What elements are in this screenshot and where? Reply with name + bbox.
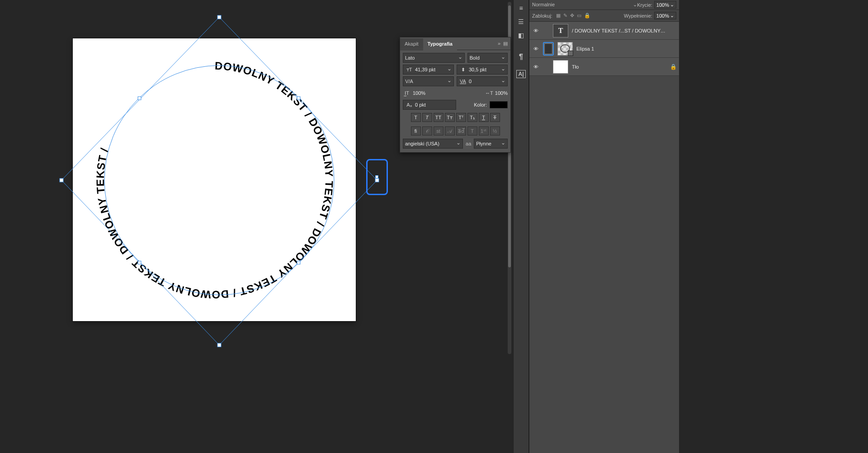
layer-row-shape[interactable]: 👁 Elipsa 1 xyxy=(529,40,679,58)
leading-value: 30,5 pkt xyxy=(469,67,486,72)
vscale-value: 100% xyxy=(413,90,425,96)
lock-position-icon[interactable]: ✥ xyxy=(570,13,574,19)
tracking-icon: VA xyxy=(459,79,467,84)
vertical-scale-field[interactable]: I̲T 100% xyxy=(403,88,454,98)
fractions-button[interactable]: ½ xyxy=(490,126,500,135)
opentype-row: fi 𝒪 st 𝒜 a̅d̅ T 1ˢᵗ ½ xyxy=(403,125,508,137)
layers-panel[interactable]: Normalnie ⌄ Krycie: 100% ⌄ Zablokuj: ▦ ✎… xyxy=(529,0,679,453)
typography-panel-tabs: Akapit Typografia » ▤ xyxy=(400,37,510,50)
vector-mask-badge-icon xyxy=(568,51,573,56)
subscript-button[interactable]: T₁ xyxy=(467,113,477,122)
antialias-value: Płynne xyxy=(476,141,491,146)
kerning-input[interactable]: V/A xyxy=(403,76,454,86)
fill-value: 100% xyxy=(656,13,669,19)
svg-rect-3 xyxy=(217,15,221,19)
opacity-value: 100% xyxy=(656,2,669,8)
collapsed-panel-strip: ≡ ☰ ◧ ¶ A| xyxy=(513,0,529,453)
fill-input[interactable]: 100% ⌄ xyxy=(654,12,676,19)
swash-button[interactable]: 𝒜 xyxy=(445,126,455,135)
character-panel-icon[interactable]: A| xyxy=(514,68,528,80)
layers-blend-row: Normalnie ⌄ Krycie: 100% ⌄ xyxy=(529,0,679,10)
baseline-shift-input[interactable]: Aₐ 0 pkt xyxy=(403,100,456,110)
curved-text-object[interactable]: DOWOLNY TEKST / DOWOLNY TEKST / DOWOLNY … xyxy=(81,47,348,313)
paragraph-panel-icon[interactable]: ¶ xyxy=(514,51,528,63)
font-size-value: 41,39 pkt xyxy=(415,67,435,72)
horizontal-scale-field[interactable]: ↔T 100% xyxy=(457,88,508,98)
language-value: angielski (USA) xyxy=(405,141,439,146)
all-caps-button[interactable]: TT xyxy=(434,113,443,122)
visibility-toggle-icon[interactable]: 👁 xyxy=(532,64,539,70)
hscale-value: 100% xyxy=(495,90,508,96)
contextual-alt-button[interactable]: 𝒪 xyxy=(422,126,432,135)
strikethrough-button[interactable]: Ŧ xyxy=(490,113,500,122)
font-family-select[interactable]: Lato xyxy=(403,53,465,63)
layer-thumb-bg-icon[interactable] xyxy=(553,60,568,74)
faux-bold-button[interactable]: T xyxy=(411,113,421,122)
discretionary-lig-button[interactable]: st xyxy=(434,126,443,135)
lock-label: Zablokuj: xyxy=(532,13,552,19)
layer-list: 👁 T / DOWOLNY TEKST /...ST / DOWOLNY TEK… xyxy=(529,22,679,76)
font-style-value: Bold xyxy=(470,55,480,61)
svg-rect-6 xyxy=(60,178,63,182)
styles-panel-icon[interactable]: ☰ xyxy=(514,15,528,28)
layer-row-background[interactable]: 👁 Tło 🔒 xyxy=(529,58,679,76)
leading-input[interactable]: ⬍ 30,5 pkt xyxy=(457,65,508,75)
blend-mode-value: Normalnie xyxy=(532,2,555,7)
selection-handle-dot[interactable] xyxy=(375,175,378,178)
panel-expand-icon[interactable]: » xyxy=(498,41,500,47)
superscript-button[interactable]: Tᵀ xyxy=(456,113,466,122)
faux-italic-button[interactable]: T xyxy=(422,113,432,122)
tracking-input[interactable]: VA 0 xyxy=(457,76,508,86)
tab-paragraph[interactable]: Akapit xyxy=(400,38,423,49)
layer-name[interactable]: Tło xyxy=(572,64,666,70)
lock-all-icon[interactable]: 🔒 xyxy=(584,13,590,19)
layers-empty-area xyxy=(529,76,679,453)
lock-artboard-icon[interactable]: ▭ xyxy=(577,13,581,19)
ligatures-button[interactable]: fi xyxy=(411,126,421,135)
baseline-value: 0 pkt xyxy=(415,102,426,107)
layers-lock-row: Zablokuj: ▦ ✎ ✥ ▭ 🔒 Wypełnienie: 100% ⌄ xyxy=(529,10,679,22)
lock-icon[interactable]: 🔒 xyxy=(670,64,676,70)
leading-icon: ⬍ xyxy=(459,67,467,73)
ordinals-button[interactable]: 1ˢᵗ xyxy=(479,126,489,135)
baseline-icon: Aₐ xyxy=(405,102,413,108)
lock-brush-icon[interactable]: ✎ xyxy=(563,13,567,19)
titling-alt-button[interactable]: T xyxy=(467,126,477,135)
small-caps-button[interactable]: Tᴛ xyxy=(445,113,455,122)
opacity-input[interactable]: 100% ⌄ xyxy=(654,1,676,9)
visibility-toggle-icon[interactable]: 👁 xyxy=(532,28,539,33)
selection-highlight-frame xyxy=(366,159,388,195)
visibility-toggle-icon[interactable]: 👁 xyxy=(532,46,539,51)
font-size-input[interactable]: ᴛT 41,39 pkt xyxy=(403,65,454,75)
panel-menu-icon[interactable]: ▤ xyxy=(503,41,508,47)
type-style-row: T T TT Tᴛ Tᵀ T₁ T Ŧ xyxy=(403,112,508,123)
layer-vector-mask-selected[interactable] xyxy=(543,42,554,56)
underline-button[interactable]: T xyxy=(479,113,489,122)
font-style-select[interactable]: Bold xyxy=(467,53,508,63)
antialias-select[interactable]: Płynne xyxy=(474,139,508,149)
layer-row-text[interactable]: 👁 T / DOWOLNY TEKST /...ST / DOWOLNY TEK… xyxy=(529,22,679,40)
font-family-value: Lato xyxy=(405,55,415,61)
tab-character[interactable]: Typografia xyxy=(423,38,457,50)
typography-panel[interactable]: Akapit Typografia » ▤ Lato Bold ᴛT 41,39… xyxy=(400,37,511,153)
curved-text-content[interactable]: DOWOLNY TEKST / DOWOLNY TEKST / DOWOLNY … xyxy=(94,60,335,301)
text-color-swatch[interactable] xyxy=(490,101,508,108)
language-select[interactable]: angielski (USA) xyxy=(403,139,463,149)
stylistic-alt-button[interactable]: a̅d̅ xyxy=(456,126,466,135)
layer-name[interactable]: Elipsa 1 xyxy=(576,46,666,51)
layer-thumb-shape-icon[interactable] xyxy=(557,42,573,56)
fill-label: Wypełnienie: xyxy=(624,13,652,19)
swatches-panel-icon[interactable]: ◧ xyxy=(514,29,528,42)
svg-rect-5 xyxy=(217,343,221,347)
lock-pixels-icon[interactable]: ▦ xyxy=(556,13,561,19)
vscale-icon: I̲T xyxy=(403,90,411,96)
blend-mode-select[interactable]: Normalnie ⌄ xyxy=(532,2,637,8)
kerning-icon: V/A xyxy=(405,79,413,84)
adjustments-panel-icon[interactable]: ≡ xyxy=(514,2,528,14)
layer-thumb-text-icon[interactable]: T xyxy=(553,24,568,37)
svg-text:DOWOLNY TEKST / DOWOLNY TEKST : DOWOLNY TEKST / DOWOLNY TEKST / DOWOLNY … xyxy=(94,60,335,301)
layer-name[interactable]: / DOWOLNY TEKST /...ST / DOWOLNY TEKS xyxy=(572,28,666,33)
font-size-icon: ᴛT xyxy=(405,67,413,73)
tracking-value: 0 xyxy=(469,79,472,84)
opacity-label: Krycie: xyxy=(637,2,652,8)
